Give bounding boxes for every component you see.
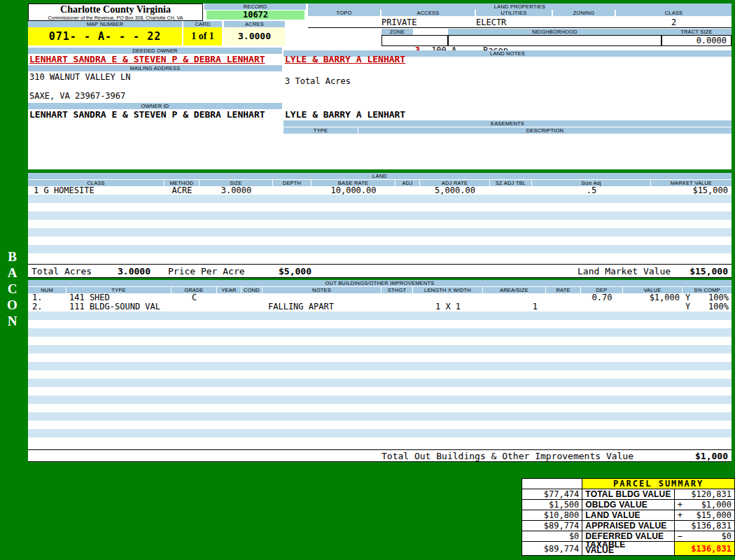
empty-row [28, 328, 732, 337]
easements-description-label: DESCRIPTION [358, 127, 732, 134]
ob-rate [546, 302, 581, 312]
land-market-value-label: Land Market Value [578, 265, 671, 278]
class-value: 2 [616, 18, 732, 27]
summary-right-value: $120,831 [691, 489, 732, 499]
summary-right-cell: −$0 [674, 531, 734, 542]
land-market-value-total: $15,000 [690, 265, 728, 278]
land-adj-rate-cell: 5,000.00 [420, 186, 490, 195]
land-col-base-rate: BASE RATE [312, 180, 396, 186]
ob-grade: C [172, 293, 217, 302]
map-number-value: 071- - A- - - 22 [28, 27, 182, 46]
ob-col-s-comp: S% COMP [682, 287, 732, 293]
summary-row: $0 DEFERRED VALUE −$0 [522, 531, 735, 542]
summary-operator: + [678, 510, 682, 520]
record-value: 10672 [206, 10, 304, 20]
land-properties-header: LAND PROPERTIES [308, 4, 732, 10]
summary-left-value: $1,500 [522, 500, 582, 510]
summary-right-cell: $120,831 [674, 489, 734, 500]
easements-header: EASEMENTS [284, 120, 732, 127]
ob-col-type: TYPE [66, 287, 172, 293]
land-method-cell: ACRE [164, 186, 200, 195]
summary-operator: + [678, 500, 682, 510]
empty-row [28, 354, 732, 362]
empty-row [28, 396, 732, 404]
ob-cond [241, 293, 262, 302]
ob-type: 141 SHED [66, 293, 172, 302]
ob-col-dep: DEP [581, 287, 623, 293]
ob-col-sthgt: STHGT [382, 287, 413, 293]
empty-row [28, 370, 732, 379]
zone-label: ZONE [382, 29, 413, 35]
ob-area-size: 1 [483, 302, 546, 312]
ob-length-x-width: 1 X 1 [413, 302, 483, 312]
summary-label: LAND VALUE [582, 510, 674, 521]
co-owner-name: LYLE & BARRY A LENHART [285, 55, 405, 64]
empty-row [28, 253, 732, 262]
summary-label: APPRAISED VALUE [582, 521, 674, 531]
summary-left-value: $89,774 [522, 542, 582, 556]
address-line2: SAXE, VA 23967-3967 [29, 92, 125, 101]
zone-value-box: 3100 A [382, 35, 448, 46]
land-adj-cell [396, 186, 420, 195]
summary-right-value: $15,000 [696, 510, 732, 520]
summary-label: OBLDG VALUE [582, 500, 674, 510]
summary-left-value: $77,474 [522, 489, 582, 500]
land-sz-adj-tbl-cell [490, 186, 532, 195]
ob-area-size [483, 293, 546, 302]
empty-row [28, 220, 732, 228]
land-depth-cell [273, 186, 312, 195]
out-buildings-empty-rows [28, 312, 732, 446]
ob-sthgt [382, 293, 413, 302]
county-header-box: Charlotte County Virginia Commissioner o… [28, 4, 203, 21]
ob-col-year: YEAR [217, 287, 241, 293]
col-zoning: ZONING [553, 10, 615, 16]
summary-row: $1,500 OBLDG VALUE +$1,000 [522, 500, 735, 510]
county-title: Charlotte County Virginia [29, 4, 202, 15]
summary-right-value: $0 [722, 531, 732, 541]
land-market-value-cell: $15,000 [651, 186, 732, 195]
deeded-owner-label: DEEDED OWNER [28, 48, 282, 54]
empty-row [28, 245, 732, 253]
summary-left-value: $0 [522, 531, 582, 542]
empty-row [28, 312, 732, 320]
card-label: CARD [183, 21, 222, 27]
ob-total-label: Total Out Buildings & Other Improvements… [382, 450, 634, 462]
ob-col-area-size: AREA/SIZE [483, 287, 546, 293]
neighborhood-label: NEIGHBORHOOD [448, 29, 662, 35]
land-col-size-adj: Size Adj [532, 180, 651, 186]
empty-row [28, 429, 732, 438]
neighborhood-value-box: Bacon [448, 35, 662, 46]
ob-rate [546, 293, 581, 302]
ob-comp: Y 100% [682, 293, 732, 302]
land-size-cell: 3.0000 [200, 186, 273, 195]
empty-row [28, 421, 732, 429]
land-col-depth: DEPTH [273, 180, 312, 186]
land-col-sz-adj-tbl: SZ ADJ TBL [490, 180, 532, 186]
ob-comp-pct: 100% [708, 293, 729, 302]
empty-row [28, 237, 732, 245]
col-topo: TOPO [308, 10, 380, 16]
ob-num: 1. [28, 293, 66, 302]
ob-year [217, 293, 241, 302]
ob-comp-pct: 100% [708, 302, 729, 312]
owner-id-value: LENHART SANDRA E & STEVEN P & DEBRA LENH… [29, 110, 265, 119]
empty-row [28, 195, 732, 203]
land-col-adj-rate: ADJ RATE [420, 180, 490, 186]
land-data-row: 1 G HOMESITE ACRE 3.0000 10,000.00 5,000… [28, 186, 732, 195]
co-owner-id-value: LYLE & BARRY A LENHART [285, 110, 405, 119]
easements-type-label: TYPE [284, 127, 358, 134]
ob-col-cond: COND [241, 287, 262, 293]
parcel-summary: PARCEL SUMMARY $77,474 TOTAL BLDG VALUE … [522, 478, 735, 556]
ob-dep [581, 302, 623, 312]
ob-notes [262, 293, 382, 302]
land-totals-row: Total Acres 3.0000 Price Per Acre $5,000… [28, 264, 732, 278]
card-value: 1 of 1 [183, 27, 222, 46]
owner-id-label: OWNER ID [28, 103, 282, 109]
land-class-cell: 1 G HOMESITE [28, 186, 164, 195]
deeded-owner-value: LENHART SANDRA E & STEVEN P & DEBRA LENH… [29, 55, 265, 64]
empty-row [28, 438, 732, 446]
empty-row [28, 337, 732, 345]
col-class: CLASS [616, 10, 732, 16]
tract-size-value: 0.0000 [662, 35, 732, 46]
summary-right-cell: +$15,000 [674, 510, 734, 521]
